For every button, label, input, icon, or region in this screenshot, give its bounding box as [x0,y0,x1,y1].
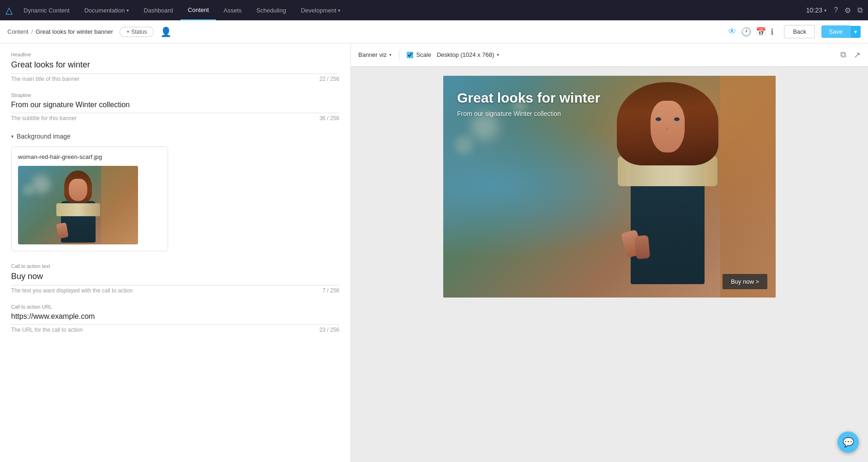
image-filename: woman-red-hair-green-scarf.jpg [18,153,161,160]
preview-eye-icon[interactable]: 👁 [728,27,736,36]
viz-label: Banner viz [358,51,386,58]
headline-meta: The main title of this banner 22 / 256 [11,74,339,88]
bg-image-label: Background image [17,133,71,140]
nav-item-dashboard[interactable]: Dashboard [136,0,181,20]
cta-url-value[interactable]: https://www.example.com [11,312,339,325]
strapline-label: Strapline [11,92,339,98]
development-arrow-icon: ▾ [338,8,340,13]
banner-cta-button[interactable]: Buy now > [723,274,767,289]
cta-url-label: Call to action URL [11,304,339,310]
image-thumbnail[interactable] [18,166,138,244]
bg-image-header[interactable]: ▾ Background image [11,133,339,140]
cta-text-label: Call to action text [11,263,339,269]
resolution-label: Desktop (1024 x 768) [437,51,494,58]
scale-checkbox[interactable] [407,52,413,58]
cta-text-section: Call to action text Buy now The text you… [0,259,350,299]
strapline-count: 36 / 256 [319,115,339,122]
resolution-arrow-icon: ▾ [497,52,499,57]
banner-title: Great looks for winter [457,90,600,106]
status-button[interactable]: + Status [120,27,154,37]
cta-url-hint: The URL for the call to action [11,327,83,333]
bg-image-section: ▾ Background image woman-red-hair-green-… [0,127,350,259]
preview-separator [399,49,399,61]
strapline-hint: The subtitle for this banner [11,115,77,122]
viz-select[interactable]: Banner viz ▾ [358,51,392,58]
right-panel: Banner viz ▾ Scale Desktop (1024 x 768) … [351,43,868,462]
breadcrumb-separator: / [31,28,33,35]
nav-item-assets[interactable]: Assets [216,0,249,20]
nav-item-development[interactable]: Development ▾ [294,0,348,20]
strapline-meta: The subtitle for this banner 36 / 256 [11,113,339,127]
copy-icon[interactable]: ⧉ [840,50,846,60]
calendar-icon[interactable]: 📅 [756,27,766,37]
window-icon[interactable]: ⧉ [857,6,862,14]
main-layout: Headline Great looks for winter The main… [0,43,868,462]
headline-hint: The main title of this banner [11,76,79,82]
preview-toolbar: Banner viz ▾ Scale Desktop (1024 x 768) … [351,43,868,67]
nav-item-dynamic-content[interactable]: Dynamic Content [16,0,77,20]
breadcrumb-parent[interactable]: Content [7,28,29,35]
nav-item-content[interactable]: Content [181,0,217,20]
top-nav: △ Dynamic Content Documentation ▾ Dashbo… [0,0,868,20]
image-card: woman-red-hair-green-scarf.jpg [11,146,168,251]
strapline-value[interactable]: From our signature Winter collection [11,101,339,113]
cta-text-count: 7 / 256 [322,287,339,294]
banner-subtitle: From our signature Winter collection [457,110,600,117]
banner-preview: Great looks for winter From our signatur… [443,76,776,298]
scale-label: Scale [416,51,431,58]
headline-label: Headline [11,52,339,57]
headline-value[interactable]: Great looks for winter [11,60,339,74]
back-button[interactable]: Back [784,25,815,38]
cta-text-hint: The text you want displayed with the cal… [11,287,133,294]
external-link-icon[interactable]: ↗ [854,50,861,60]
strapline-section: Strapline From our signature Winter coll… [0,88,350,127]
banner-preview-area: Great looks for winter From our signatur… [351,67,868,462]
chat-bubble[interactable]: 💬 [838,432,859,453]
logo: △ [6,5,12,16]
info-icon[interactable]: ℹ [771,27,774,37]
documentation-arrow-icon: ▾ [127,8,129,13]
save-dropdown-button[interactable]: ▾ [850,26,861,38]
cta-url-count: 23 / 256 [319,327,339,333]
scale-control: Scale [407,51,431,58]
resolution-select[interactable]: Desktop (1024 x 768) ▾ [437,51,499,58]
viz-arrow-icon: ▾ [389,52,392,57]
nav-time: 10:23 [806,6,822,14]
save-button-group: Save ▾ [821,25,861,38]
chat-icon: 💬 [843,437,854,448]
preview-action-icons: ⧉ ↗ [840,50,861,60]
save-button[interactable]: Save [821,25,850,38]
nav-item-documentation[interactable]: Documentation ▾ [77,0,136,20]
cta-url-section: Call to action URL https://www.example.c… [0,299,350,339]
left-panel: Headline Great looks for winter The main… [0,43,351,462]
banner-text-overlay: Great looks for winter From our signatur… [457,90,600,117]
nav-item-scheduling[interactable]: Scheduling [249,0,293,20]
cta-text-meta: The text you want displayed with the cal… [11,286,339,299]
bg-image-chevron-icon: ▾ [11,134,14,140]
time-arrow-icon[interactable]: ▾ [824,8,826,13]
headline-count: 22 / 256 [319,76,339,82]
breadcrumb-bar: Content / Great looks for winter banner … [0,20,868,43]
help-icon[interactable]: ? [834,6,838,14]
cta-url-meta: The URL for the call to action 23 / 256 [11,325,339,339]
user-avatar: 👤 [160,26,172,37]
settings-icon[interactable]: ⚙ [844,6,851,15]
history-icon[interactable]: 🕐 [741,27,751,37]
cta-text-value[interactable]: Buy now [11,272,339,286]
breadcrumb-current: Great looks for winter banner [36,28,113,35]
headline-section: Headline Great looks for winter The main… [0,43,350,88]
